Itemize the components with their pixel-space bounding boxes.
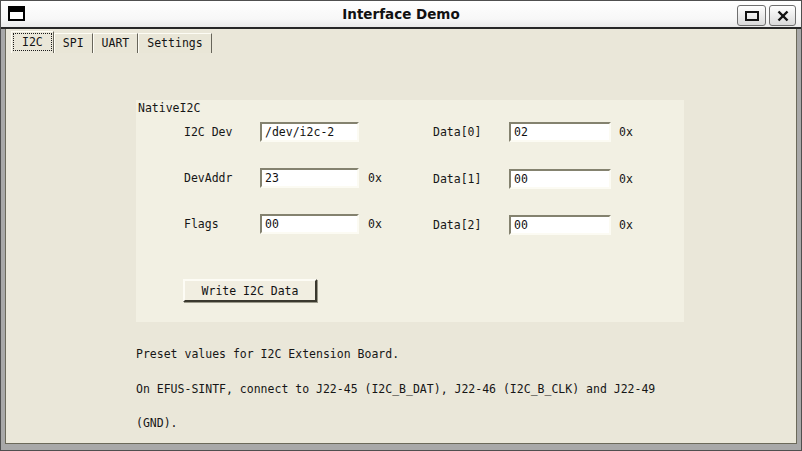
flags-input[interactable] <box>260 214 359 234</box>
data1-input[interactable] <box>509 169 611 189</box>
close-button[interactable] <box>769 5 796 26</box>
flags-hex-label: 0x <box>368 218 382 231</box>
devaddr-input[interactable] <box>260 168 359 188</box>
panel-title: NativeI2C <box>138 102 200 115</box>
close-icon <box>777 10 789 22</box>
flags-label: Flags <box>184 218 219 231</box>
tab-i2c[interactable]: I2C <box>11 31 54 53</box>
tab-content-area: I2C SPI UART Settings NativeI2C I2C Dev … <box>5 29 797 444</box>
i2c-dev-input[interactable] <box>260 122 359 142</box>
note-text: Preset values for I2C Extension Board. O… <box>136 326 655 451</box>
i2c-dev-label: I2C Dev <box>184 126 232 139</box>
data0-label: Data[0] <box>433 126 481 139</box>
data2-input[interactable] <box>509 215 611 235</box>
note-line-3: (GND). <box>136 418 655 430</box>
devaddr-hex-label: 0x <box>368 172 382 185</box>
data1-hex-label: 0x <box>619 173 633 186</box>
tab-bar: I2C SPI UART Settings <box>11 31 212 53</box>
window-title: Interface Demo <box>1 6 801 22</box>
maximize-button[interactable] <box>737 5 766 26</box>
note-line-1: Preset values for I2C Extension Board. <box>136 349 655 361</box>
window: Interface Demo I2C SPI UART Settings Nat… <box>0 0 802 451</box>
data2-label: Data[2] <box>433 219 481 232</box>
tab-uart[interactable]: UART <box>93 33 139 53</box>
tab-settings[interactable]: Settings <box>138 33 211 53</box>
tab-spi[interactable]: SPI <box>54 33 93 53</box>
data0-input[interactable] <box>509 122 611 142</box>
data1-label: Data[1] <box>433 173 481 186</box>
data2-hex-label: 0x <box>619 219 633 232</box>
titlebar: Interface Demo <box>1 1 801 29</box>
write-i2c-data-button[interactable]: Write I2C Data <box>183 279 317 302</box>
note-line-2: On EFUS-SINTF, connect to J22-45 (I2C_B_… <box>136 384 655 396</box>
maximize-icon <box>745 11 759 21</box>
data0-hex-label: 0x <box>619 126 633 139</box>
devaddr-label: DevAddr <box>184 172 232 185</box>
